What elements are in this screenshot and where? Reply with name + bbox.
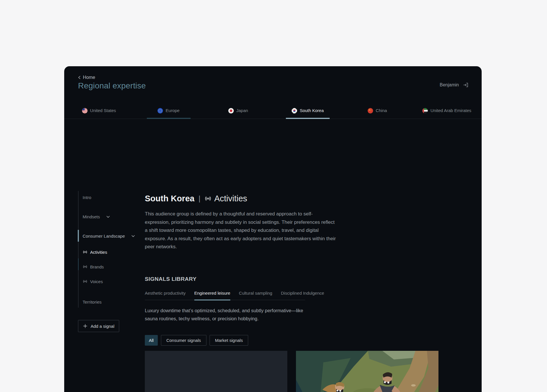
sidebar-item-label: Voices xyxy=(90,279,103,284)
filter-consumer-signals-button[interactable]: Consumer signals xyxy=(161,335,206,346)
tab-japan[interactable]: Japan xyxy=(203,103,273,119)
tab-label: Japan xyxy=(236,108,248,113)
tab-south-korea[interactable]: South Korea xyxy=(273,103,343,119)
page-background: { "header": { "breadcrumb": { "label": "… xyxy=(0,0,547,392)
tab-label: South Korea xyxy=(300,108,324,113)
tab-indicator xyxy=(216,118,260,119)
signal-filters: All Consumer signals Market signals xyxy=(145,335,468,346)
tab-cultural-sampling[interactable]: Cultural sampling xyxy=(239,291,272,300)
signal-tab-description: Luxury downtime that’s optimized, schedu… xyxy=(145,306,312,323)
main-content: South Korea | Activities This audience g… xyxy=(145,193,468,392)
user-name: Benjamin xyxy=(440,82,459,88)
plus-icon xyxy=(83,324,88,328)
country-tab-bar: United States Europe xyxy=(64,103,482,119)
tab-indicator-active xyxy=(286,118,330,119)
add-signal-button[interactable]: Add a signal xyxy=(78,320,119,332)
tab-united-arab-emirates[interactable]: United Arab Emirates xyxy=(412,103,482,119)
sidebar-item-consumer-landscape[interactable]: Consumer Landscape xyxy=(78,234,135,238)
signal-icon xyxy=(204,195,212,202)
card-photo-runners xyxy=(296,351,438,392)
page-title: Regional expertise xyxy=(78,81,146,90)
signal-cards: Altitude Habits 04.06.2025 | Austin Torr… xyxy=(145,351,468,392)
sidebar-item-label: Brands xyxy=(90,264,104,269)
signal-card-altitude-habits[interactable]: Altitude Habits 04.06.2025 | Austin Torr… xyxy=(296,351,438,392)
tab-engineered-leisure[interactable]: Engineered leisure xyxy=(194,291,230,300)
tab-label: United Arab Emirates xyxy=(430,108,471,113)
sidebar-item-label: Intro xyxy=(83,195,91,200)
china-flag-icon xyxy=(368,108,373,113)
sidebar-item-label: Mindsets xyxy=(83,214,100,219)
tab-aesthetic-productivity[interactable]: Aesthetic productivity xyxy=(145,291,186,300)
sidebar-rail xyxy=(78,191,79,308)
sidebar-item-mindsets[interactable]: Mindsets xyxy=(78,214,110,219)
sidebar-item-label: Territories xyxy=(83,300,102,304)
sidebar-item-intro[interactable]: Intro xyxy=(78,195,91,200)
chevron-down-icon xyxy=(131,234,135,237)
add-signal-label: Add a signal xyxy=(91,324,115,329)
tab-indicator xyxy=(147,118,191,119)
chevron-down-icon xyxy=(106,215,110,218)
sidebar-item-activities[interactable]: Activities xyxy=(78,250,107,255)
filter-all-button[interactable]: All xyxy=(145,335,158,346)
section-name: Activities xyxy=(204,194,247,203)
uae-flag-icon xyxy=(422,108,428,113)
tab-label: Europe xyxy=(166,108,179,113)
signal-icon xyxy=(83,279,88,284)
sidebar-item-label: Activities xyxy=(90,250,107,255)
user-menu[interactable]: Benjamin xyxy=(440,82,468,88)
tab-disciplined-indulgence[interactable]: Disciplined Indulgence xyxy=(281,291,324,300)
tab-indicator xyxy=(77,118,121,119)
page-heading: South Korea | Activities xyxy=(145,193,468,204)
tab-label: United States xyxy=(90,108,116,113)
south-korea-flag-icon xyxy=(292,108,297,113)
heading-separator: | xyxy=(198,194,200,203)
eu-flag-icon xyxy=(157,108,163,113)
region-name: South Korea xyxy=(145,194,194,203)
filter-market-signals-button[interactable]: Market signals xyxy=(210,335,248,346)
signals-library-title: SIGNALS LIBRARY xyxy=(145,276,468,282)
tab-china[interactable]: China xyxy=(343,103,412,119)
tab-indicator xyxy=(425,118,469,119)
tab-united-states[interactable]: United States xyxy=(64,103,134,119)
signal-tab-bar: Aesthetic productivity Engineered leisur… xyxy=(145,291,305,300)
sidebar-item-brands[interactable]: Brands xyxy=(78,264,104,269)
chevron-left-icon xyxy=(78,75,81,79)
breadcrumb[interactable]: Home xyxy=(78,75,95,80)
section-label: Activities xyxy=(214,194,247,203)
signal-icon xyxy=(83,264,88,269)
breadcrumb-label: Home xyxy=(83,75,95,80)
us-flag-icon xyxy=(82,108,88,113)
logout-icon[interactable] xyxy=(463,83,468,87)
sidebar-item-territories[interactable]: Territories xyxy=(78,300,102,304)
sidebar-item-voices[interactable]: Voices xyxy=(78,279,103,284)
regional-expertise-panel: Home Regional expertise Benjamin xyxy=(64,66,482,392)
signal-icon xyxy=(83,250,88,255)
tab-indicator xyxy=(356,118,399,119)
tab-label: China xyxy=(376,108,387,113)
audience-description: This audience group is defined by a thou… xyxy=(145,210,336,251)
japan-flag-icon xyxy=(228,108,234,113)
tab-europe[interactable]: Europe xyxy=(134,103,204,119)
sidebar-item-label: Consumer Landscape xyxy=(83,234,125,238)
add-signal-card[interactable] xyxy=(145,351,287,392)
